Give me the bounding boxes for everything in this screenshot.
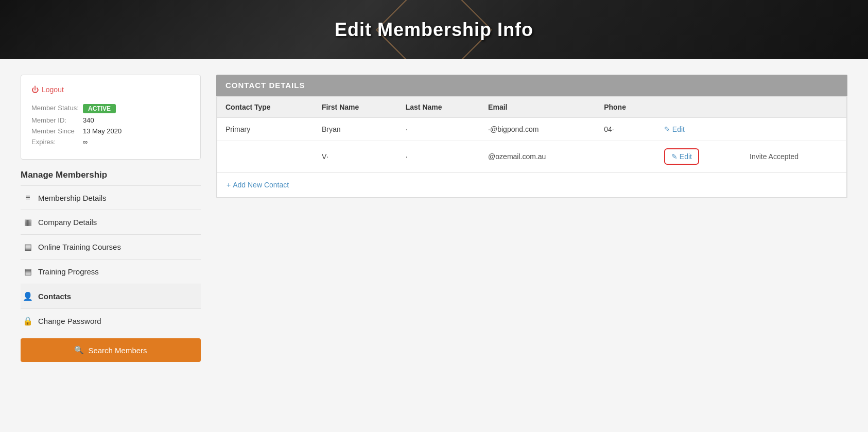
col-first-name: First Name bbox=[314, 97, 397, 118]
col-email: Email bbox=[480, 97, 596, 118]
first-name: V· bbox=[314, 141, 397, 172]
edit-icon: ✎ bbox=[664, 125, 670, 133]
table-row: Primary Bryan · ·@bigpond.com 04· ✎ Edit bbox=[217, 118, 847, 141]
member-since-label: Member Since bbox=[31, 127, 83, 135]
edit-label: Edit bbox=[680, 152, 692, 161]
sidebar-item-label: Membership Details bbox=[38, 194, 107, 202]
sidebar-item-label: Online Training Courses bbox=[38, 243, 121, 251]
add-new-contact-link[interactable]: + Add New Contact bbox=[217, 172, 847, 198]
power-icon: ⏻ bbox=[31, 85, 39, 94]
page-title: Edit Membership Info bbox=[335, 19, 533, 41]
contact-details-header: CONTACT DETAILS bbox=[216, 75, 847, 96]
sidebar-item-label: Company Details bbox=[38, 218, 97, 227]
invite-accepted-label: Invite Accepted bbox=[750, 152, 798, 161]
first-name: Bryan bbox=[314, 118, 397, 141]
sidebar-item-label: Training Progress bbox=[38, 267, 99, 276]
table-header-row: Contact Type First Name Last Name Email … bbox=[217, 97, 847, 118]
edit-cell: ✎ Edit bbox=[656, 118, 736, 141]
hamburger-icon: ≡ bbox=[23, 193, 33, 202]
status-cell bbox=[736, 118, 846, 141]
member-id-label: Member ID: bbox=[31, 116, 83, 124]
member-status-label: Member Status: bbox=[31, 104, 83, 113]
member-id-value: 340 bbox=[83, 116, 94, 124]
plus-icon: + bbox=[227, 181, 231, 189]
sidebar-item-training-progress[interactable]: ▤ Training Progress bbox=[21, 260, 201, 284]
sidebar: ⏻ Logout Member Status: ACTIVE Member ID… bbox=[21, 75, 201, 362]
sidebar-item-label: Contacts bbox=[38, 292, 71, 301]
contact-type: Primary bbox=[217, 118, 314, 141]
email: ·@bigpond.com bbox=[480, 118, 596, 141]
col-phone: Phone bbox=[596, 97, 656, 118]
expires-row: Expires: ∞ bbox=[31, 138, 190, 146]
page-header: Edit Membership Info bbox=[0, 0, 868, 59]
phone bbox=[596, 141, 656, 172]
sidebar-item-company-details[interactable]: ▦ Company Details bbox=[21, 210, 201, 235]
grid-icon: ▦ bbox=[23, 217, 33, 227]
sidebar-item-change-password[interactable]: 🔒 Change Password bbox=[21, 309, 201, 333]
email: @ozemail.com.au bbox=[480, 141, 596, 172]
table-row: V· · @ozemail.com.au ✎ Edit Invite Accep… bbox=[217, 141, 847, 172]
edit-cell-highlighted: ✎ Edit bbox=[656, 141, 736, 172]
list-icon: ▤ bbox=[23, 267, 33, 277]
edit-label: Edit bbox=[672, 125, 685, 133]
sidebar-item-contacts[interactable]: 👤 Contacts bbox=[21, 284, 201, 309]
expires-label: Expires: bbox=[31, 138, 83, 146]
col-contact-type: Contact Type bbox=[217, 97, 314, 118]
member-status-badge: ACTIVE bbox=[83, 104, 116, 113]
sidebar-item-label: Change Password bbox=[38, 317, 101, 325]
logout-label: Logout bbox=[42, 85, 64, 94]
invite-status-cell: Invite Accepted bbox=[736, 141, 846, 172]
sidebar-item-online-training[interactable]: ▤ Online Training Courses bbox=[21, 235, 201, 260]
search-members-button[interactable]: 🔍 Search Members bbox=[21, 338, 201, 362]
member-card: ⏻ Logout Member Status: ACTIVE Member ID… bbox=[21, 75, 201, 160]
edit-link[interactable]: ✎ Edit bbox=[664, 125, 685, 133]
add-contact-label: Add New Contact bbox=[233, 181, 289, 189]
member-id-row: Member ID: 340 bbox=[31, 116, 190, 124]
search-icon: 🔍 bbox=[74, 345, 84, 355]
last-name: · bbox=[397, 118, 480, 141]
search-button-label: Search Members bbox=[88, 346, 147, 355]
last-name: · bbox=[397, 141, 480, 172]
contact-table-wrapper: Contact Type First Name Last Name Email … bbox=[216, 96, 847, 198]
right-panel: CONTACT DETAILS Contact Type First Name … bbox=[216, 75, 847, 362]
member-since-row: Member Since 13 May 2020 bbox=[31, 127, 190, 135]
document-icon: ▤ bbox=[23, 242, 33, 252]
manage-title: Manage Membership bbox=[21, 170, 201, 180]
contact-table: Contact Type First Name Last Name Email … bbox=[217, 96, 847, 172]
logout-link[interactable]: ⏻ Logout bbox=[31, 85, 190, 94]
phone: 04· bbox=[596, 118, 656, 141]
col-actions bbox=[656, 97, 736, 118]
person-icon: 👤 bbox=[23, 291, 33, 301]
edit-icon: ✎ bbox=[671, 152, 678, 161]
main-layout: ⏻ Logout Member Status: ACTIVE Member ID… bbox=[0, 59, 868, 377]
member-since-value: 13 May 2020 bbox=[83, 127, 121, 135]
col-last-name: Last Name bbox=[397, 97, 480, 118]
manage-membership-section: Manage Membership ≡ Membership Details ▦… bbox=[21, 170, 201, 333]
edit-link-highlighted[interactable]: ✎ Edit bbox=[664, 148, 699, 165]
expires-value: ∞ bbox=[83, 138, 88, 146]
contact-type bbox=[217, 141, 314, 172]
sidebar-item-membership-details[interactable]: ≡ Membership Details bbox=[21, 186, 201, 210]
member-status-row: Member Status: ACTIVE bbox=[31, 104, 190, 113]
lock-icon: 🔒 bbox=[23, 316, 33, 326]
col-status bbox=[736, 97, 846, 118]
